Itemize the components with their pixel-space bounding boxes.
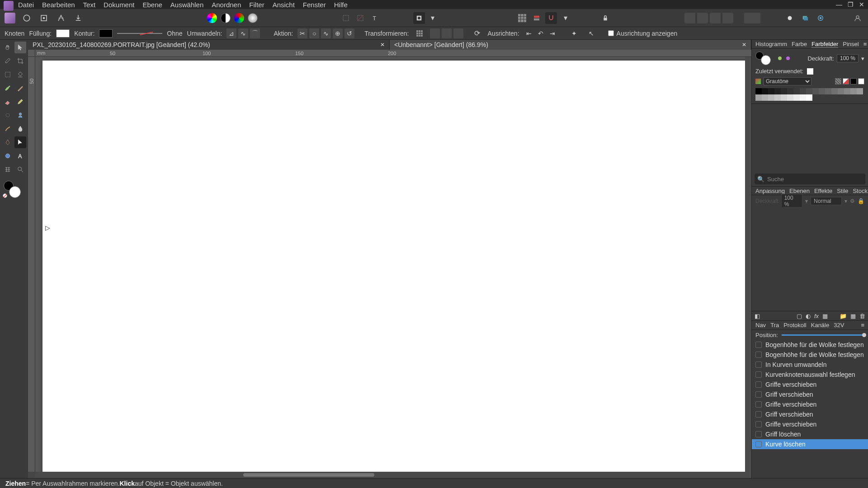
swatch[interactable] [787, 94, 793, 101]
cycle-icon[interactable]: ⟳ [472, 28, 483, 39]
stroke-width-slider[interactable] [117, 33, 162, 34]
opacity-dropdown-icon[interactable]: ▾ [861, 55, 864, 62]
add-layer-icon[interactable]: ▦ [850, 313, 856, 319]
text-tool-icon[interactable]: A [14, 150, 26, 162]
tab-anpassung[interactable]: Anpassung [755, 188, 785, 194]
vertical-scrollbar[interactable] [745, 57, 751, 472]
swatch[interactable] [755, 88, 762, 94]
menu-hilfe[interactable]: Hilfe [334, 1, 348, 9]
document-tab-2[interactable]: <Unbenannt> [Geändert] (86.9%) ✕ [390, 40, 751, 50]
color-wheel-icon[interactable] [207, 13, 217, 23]
gear-icon[interactable]: ⚙ [850, 198, 855, 204]
fill-swatch[interactable] [56, 29, 70, 38]
swatch[interactable] [819, 88, 825, 94]
swatch[interactable] [774, 88, 781, 94]
history-item[interactable]: Griff verschieben [752, 409, 868, 419]
none-color-icon[interactable] [3, 193, 7, 198]
tab-effekte[interactable]: Effekte [814, 188, 832, 194]
tab-pinsel[interactable]: Pinsel [843, 41, 859, 47]
brush-selection-icon[interactable] [2, 82, 14, 94]
swatch[interactable] [844, 88, 850, 94]
menu-filter[interactable]: Filter [249, 1, 264, 9]
swatch[interactable] [781, 88, 787, 94]
swatch[interactable] [768, 88, 774, 94]
blur-icon[interactable] [14, 123, 26, 135]
menu-ansicht[interactable]: Ansicht [273, 1, 295, 9]
tab-32v[interactable]: 32V [834, 322, 844, 328]
snap2-icon[interactable]: ↖ [586, 28, 596, 38]
tab-tra[interactable]: Tra [770, 322, 779, 328]
swatch[interactable] [793, 94, 800, 101]
opacity-value[interactable]: 100 % [837, 54, 859, 62]
history-item[interactable]: Griffe verschieben [752, 380, 868, 389]
photo-persona-icon[interactable] [21, 12, 33, 24]
tab-ebenen[interactable]: Ebenen [789, 188, 810, 194]
recent-swatch[interactable] [807, 68, 813, 75]
align1-icon[interactable]: ⇤ [524, 28, 534, 38]
minimize-icon[interactable]: — [836, 1, 842, 8]
paint-brush-icon[interactable] [14, 82, 26, 94]
swatch[interactable] [762, 88, 768, 94]
cloud2-icon[interactable] [799, 12, 811, 24]
history-item[interactable]: Griffe verschieben [752, 399, 868, 409]
tab-nav[interactable]: Nav [755, 322, 766, 328]
swatch[interactable] [793, 88, 800, 94]
menu-anordnen[interactable]: Anordnen [212, 1, 241, 9]
lock-layer-icon[interactable]: 🔒 [858, 198, 864, 204]
swatch[interactable] [800, 94, 806, 101]
tab-stile[interactable]: Stile [837, 188, 848, 194]
shape-tool-icon[interactable] [2, 150, 14, 162]
arrange-backward-icon[interactable] [697, 13, 708, 23]
history-item[interactable]: Griff verschieben [752, 389, 868, 399]
t3-icon[interactable] [453, 28, 463, 38]
menu-dokument[interactable]: Dokument [104, 1, 134, 9]
menu-fenster[interactable]: Fenster [303, 1, 326, 9]
convert-smooth-icon[interactable]: ∿ [238, 28, 248, 38]
stack-icon[interactable] [531, 12, 542, 24]
arrange-forward-icon[interactable] [710, 13, 721, 23]
tab-close-icon[interactable]: ✕ [742, 42, 746, 48]
adjustment-icon[interactable]: ◐ [806, 313, 811, 319]
rgb-icon[interactable] [234, 13, 244, 23]
persona-logo[interactable] [5, 13, 15, 23]
delete-layer-icon[interactable]: 🗑 [859, 313, 865, 319]
transform-mode-icon[interactable] [414, 28, 425, 39]
color-picker-tool-icon[interactable] [2, 55, 14, 67]
close-icon[interactable]: ✕ [859, 1, 864, 8]
clone-tool-icon[interactable] [2, 109, 14, 121]
tab-stock[interactable]: Stock [853, 188, 868, 194]
t2-icon[interactable] [442, 28, 452, 38]
pencil-icon[interactable] [14, 96, 26, 108]
layer-opacity[interactable]: 100 % [781, 194, 802, 208]
color-selector[interactable] [2, 180, 26, 202]
text-selection-icon[interactable]: T [369, 12, 381, 24]
swatch[interactable] [755, 94, 762, 101]
group-icon[interactable]: 📁 [840, 313, 847, 319]
swatch[interactable] [768, 94, 774, 101]
crop-layer-icon[interactable]: ▦ [822, 313, 828, 319]
arrange-front-icon[interactable] [722, 13, 733, 23]
swatch[interactable] [781, 94, 787, 101]
snap-dropdown-icon[interactable]: ▾ [560, 12, 571, 24]
palette-select[interactable]: Grautöne [764, 77, 811, 85]
export-persona-icon[interactable] [72, 12, 84, 24]
mask-icon[interactable]: ▢ [797, 313, 802, 319]
account-icon[interactable] [852, 12, 863, 24]
canvas[interactable]: ▷ [35, 57, 751, 472]
fx-icon[interactable]: fx [814, 313, 819, 319]
swatch[interactable] [806, 94, 812, 101]
join-icon[interactable]: ⊕ [333, 28, 343, 38]
palette-opt1-icon[interactable] [835, 78, 841, 84]
fg-bg-swatch[interactable] [755, 52, 774, 65]
erase-tool-icon[interactable] [2, 96, 14, 108]
tab-farbfelder[interactable]: Farbfelder [811, 41, 838, 48]
palette-opt4-icon[interactable] [858, 78, 864, 84]
inpaint-icon[interactable] [14, 109, 26, 121]
mesh-tool-icon[interactable] [2, 164, 14, 175]
no-selection-icon[interactable] [354, 12, 366, 24]
quick-mask-icon[interactable] [413, 12, 425, 24]
pen-tool-icon[interactable] [2, 136, 14, 148]
marquee-icon[interactable] [340, 12, 352, 24]
history-item[interactable]: Griffe verschieben [752, 419, 868, 429]
panel-menu-icon[interactable]: ≡ [861, 322, 864, 328]
